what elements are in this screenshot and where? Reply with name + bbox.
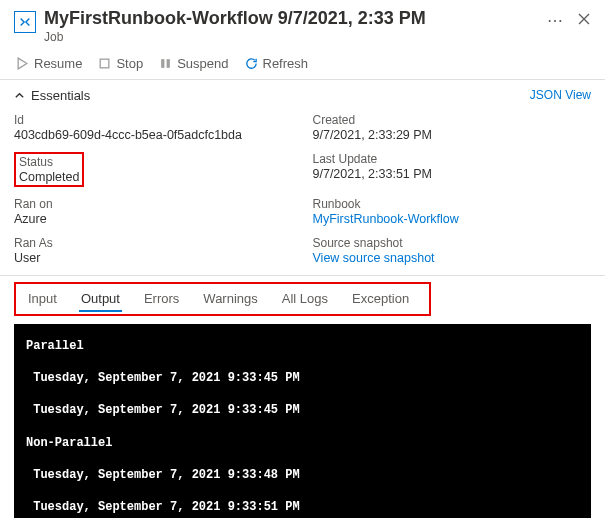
field-value-link[interactable]: View source snapshot — [313, 250, 592, 265]
field-label: Ran As — [14, 236, 293, 250]
essentials-field: Last Update9/7/2021, 2:33:51 PM — [313, 152, 592, 187]
essentials-toggle[interactable]: Essentials — [14, 88, 90, 103]
tab-output[interactable]: Output — [69, 284, 132, 314]
stop-icon — [98, 57, 111, 70]
field-label: Last Update — [313, 152, 592, 166]
output-tabs: InputOutputErrorsWarningsAll LogsExcepti… — [16, 284, 421, 314]
essentials-field: Source snapshotView source snapshot — [313, 236, 592, 265]
more-icon[interactable]: ⋯ — [547, 13, 563, 29]
svg-rect-1 — [101, 59, 110, 68]
tab-warnings[interactable]: Warnings — [191, 284, 269, 314]
tab-errors[interactable]: Errors — [132, 284, 191, 314]
svg-rect-2 — [161, 59, 164, 68]
essentials-grid: Id403cdb69-609d-4ccc-b5ea-0f5adcfc1bdaCr… — [14, 109, 591, 275]
field-label: Status — [19, 155, 79, 169]
refresh-icon — [245, 57, 258, 70]
stop-button[interactable]: Stop — [98, 56, 143, 71]
close-icon[interactable] — [577, 12, 591, 29]
field-value: 9/7/2021, 2:33:51 PM — [313, 166, 592, 181]
tab-all-logs[interactable]: All Logs — [270, 284, 340, 314]
field-label: Id — [14, 113, 293, 127]
json-view-link[interactable]: JSON View — [530, 88, 591, 102]
essentials-field: Ran onAzure — [14, 197, 293, 226]
suspend-label: Suspend — [177, 56, 228, 71]
refresh-button[interactable]: Refresh — [245, 56, 309, 71]
pause-icon — [159, 57, 172, 70]
svg-rect-3 — [167, 59, 170, 68]
runbook-job-icon — [14, 11, 36, 33]
field-label: Source snapshot — [313, 236, 592, 250]
essentials-field: StatusCompleted — [14, 152, 293, 187]
field-label: Ran on — [14, 197, 293, 211]
tabs-highlight: InputOutputErrorsWarningsAll LogsExcepti… — [14, 282, 431, 316]
field-value: 9/7/2021, 2:33:29 PM — [313, 127, 592, 142]
essentials-label: Essentials — [31, 88, 90, 103]
tab-exception[interactable]: Exception — [340, 284, 421, 314]
suspend-button[interactable]: Suspend — [159, 56, 228, 71]
page-subtitle: Job — [44, 30, 539, 44]
chevron-up-icon — [14, 90, 25, 101]
command-bar: Resume Stop Suspend Refresh — [14, 50, 591, 79]
play-icon — [16, 57, 29, 70]
essentials-field: Id403cdb69-609d-4ccc-b5ea-0f5adcfc1bda — [14, 113, 293, 142]
resume-button[interactable]: Resume — [16, 56, 82, 71]
field-value: 403cdb69-609d-4ccc-b5ea-0f5adcfc1bda — [14, 127, 293, 142]
page-title: MyFirstRunbook-Workflow 9/7/2021, 2:33 P… — [44, 8, 539, 30]
field-value: Azure — [14, 211, 293, 226]
field-value-link[interactable]: MyFirstRunbook-Workflow — [313, 211, 592, 226]
field-value: Completed — [19, 169, 79, 184]
essentials-field: Ran AsUser — [14, 236, 293, 265]
output-console: Parallel Tuesday, September 7, 2021 9:33… — [14, 324, 591, 518]
essentials-field: RunbookMyFirstRunbook-Workflow — [313, 197, 592, 226]
essentials-field: Created9/7/2021, 2:33:29 PM — [313, 113, 592, 142]
field-label: Runbook — [313, 197, 592, 211]
tab-input[interactable]: Input — [16, 284, 69, 314]
field-value: User — [14, 250, 293, 265]
stop-label: Stop — [116, 56, 143, 71]
field-label: Created — [313, 113, 592, 127]
refresh-label: Refresh — [263, 56, 309, 71]
resume-label: Resume — [34, 56, 82, 71]
